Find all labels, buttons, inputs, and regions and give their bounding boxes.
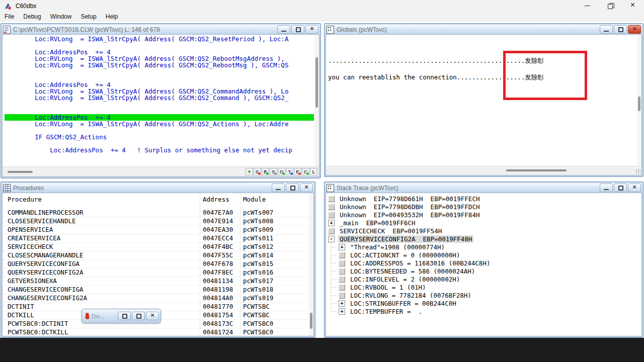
procedure-cell: COMMANDLINEPROCESSOR <box>8 209 84 216</box>
stack-frame[interactable]: +LOC:TEMPBUFFER = . <box>331 308 424 315</box>
close-button[interactable] <box>305 25 318 34</box>
menu-item-file[interactable]: File <box>0 12 19 22</box>
address-cell: 0047F8EC <box>203 268 233 276</box>
restore-button[interactable] <box>614 25 627 34</box>
stack-frame[interactable]: LOC:RVBOOL = 1 (01H) <box>331 284 428 291</box>
expand-icon[interactable]: + <box>339 244 345 250</box>
document-icon <box>3 26 11 34</box>
restore-button[interactable] <box>599 0 621 12</box>
stack-frame[interactable]: LOC:INFOLEVEL = 2 (00000002H) <box>331 276 461 283</box>
disassembly-minimized-window[interactable]: Dis... <box>82 309 161 323</box>
stack-trace-window-titlebar[interactable]: Stack Trace (pcWTsvc) <box>326 183 642 193</box>
table-row[interactable]: PCWTSBC0:DCTKILL00481724PCWTSBC0 <box>3 328 308 336</box>
code-line[interactable]: Loc:RVLong = ISWA_lStrCpyA( Address( GSC… <box>5 62 314 68</box>
expand-icon[interactable]: + <box>328 220 335 226</box>
column-header-procedure[interactable]: Procedure <box>8 196 42 206</box>
table-row[interactable]: OPENSERVICEA0047EA30pcWTs009 <box>3 225 308 234</box>
table-row[interactable]: GETVERSIONEXA00481134pcWTs017 <box>3 277 308 286</box>
leaf-icon <box>339 276 345 283</box>
restore-button[interactable] <box>118 312 131 320</box>
table-row[interactable]: SERVICECHECK0047F4BCpcWTs012 <box>3 242 308 251</box>
stack-frame[interactable]: SERVICECHECK EBP=0019FF54H <box>328 227 443 235</box>
stack-frame[interactable]: LOC:BYTESNEEDED = 586 (0000024AH) <box>331 267 476 275</box>
debug-toolbar-icon-s[interactable]: S <box>270 168 277 175</box>
close-button[interactable] <box>146 312 159 320</box>
stack-frame[interactable]: Unknown EIP=7798D6DBH EBP=0019FFDCH <box>328 203 481 211</box>
leaf-icon <box>339 260 345 266</box>
table-row[interactable]: CLOSESERVICEHANDLE0047E914pcWTs008 <box>3 217 308 226</box>
horizontal-scrollbar[interactable]: ▼GBSOTECL <box>3 166 319 176</box>
column-header-module[interactable]: Module <box>243 196 266 206</box>
minimize-button[interactable] <box>272 184 285 192</box>
collapse-icon[interactable]: - <box>328 236 335 242</box>
stack-frame[interactable]: -QUERYSERVICECONFIG2A EBP=0019FF48H <box>328 235 473 243</box>
stack-frame-label: LOC:STRINGBUFFER = 00B244C0H <box>349 300 458 307</box>
menu-item-debug[interactable]: Debug <box>19 12 45 22</box>
expand-icon[interactable]: + <box>339 308 345 315</box>
close-button[interactable] <box>621 0 644 12</box>
debug-toolbar-icon-e[interactable]: E <box>294 168 301 175</box>
restore-button[interactable] <box>291 25 304 34</box>
debug-toolbar-icon-l[interactable]: L <box>310 168 317 175</box>
table-row[interactable]: QUERYSERVICECONFIG2A0047F8ECpcWTs016 <box>3 268 308 277</box>
table-row[interactable]: QUERYSERVICECONFIGA0047F678pcWTs015 <box>3 259 308 268</box>
stack-frame[interactable]: LOC:RVLONG = 7782184 (0076BF28H) <box>331 292 473 299</box>
debug-toolbar-icon-o[interactable]: O <box>278 168 285 175</box>
debug-toolbar-icon-g[interactable]: G <box>254 168 261 175</box>
stack-frame[interactable]: +_main EBP=0019FF6CH <box>328 219 417 227</box>
table-row[interactable]: CHANGESERVICECONFIG2A004814A0pcWTs019 <box>3 294 308 303</box>
resize-grip[interactable] <box>635 169 640 174</box>
minimize-button[interactable] <box>600 25 613 34</box>
minimize-button[interactable] <box>277 25 290 34</box>
restore-button[interactable] <box>286 184 299 192</box>
vertical-scrollbar[interactable] <box>637 35 641 166</box>
debug-toolbar-icon-t[interactable]: T <box>286 168 293 175</box>
stack-trace-window-title: Stack Trace (pcWTsvc) <box>337 185 398 192</box>
debug-toolbar-icon-b[interactable]: B <box>262 168 269 175</box>
minimize-button[interactable] <box>600 184 613 192</box>
procedure-cell: CHANGESERVICECONFIGA <box>8 286 84 293</box>
code-line[interactable]: IF GSCM:QS2_Actions <box>5 134 314 140</box>
stack-frame[interactable]: LOC:ADDRESSPOS = 11683016 (00B244C8H) <box>331 259 492 267</box>
expand-icon[interactable]: + <box>339 300 345 307</box>
app-titlebar[interactable]: C60dbx <box>0 0 644 12</box>
debug-toolbar-icon-c[interactable]: C <box>302 168 309 175</box>
menu-item-setup[interactable]: Setup <box>76 12 101 22</box>
procedures-window-titlebar[interactable]: Procedures <box>2 183 314 193</box>
close-button[interactable] <box>300 184 313 192</box>
code-line[interactable] <box>5 68 314 75</box>
code-line[interactable]: Loc:RVLong = ISWA_lStrCpyA( Address( GSC… <box>5 95 314 101</box>
stack-frame[interactable]: +LOC:STRINGBUFFER = 00B244C0H <box>331 300 458 307</box>
vertical-scrollbar[interactable] <box>314 35 319 167</box>
stack-frame[interactable]: Unknown EIP=7798D661H EBP=0019FFECH <box>328 195 481 203</box>
maximize-button[interactable] <box>132 312 145 320</box>
menu-item-help[interactable]: Help <box>101 12 123 22</box>
code-line[interactable]: Loc:RVLong = ISWA_lStrCpyA( Address( GSC… <box>5 121 314 127</box>
horizontal-scrollbar[interactable] <box>326 166 641 175</box>
leaf-icon <box>328 204 335 210</box>
code-line[interactable]: Loc:RVLong = ISWA_lStrCpyA( Address( GSC… <box>5 36 314 42</box>
restore-button[interactable] <box>614 184 627 192</box>
table-row[interactable]: COMMANDLINEPROCESSOR0047E7A0pcWTs007 <box>3 208 308 217</box>
leaf-icon <box>339 284 345 291</box>
debug-toolbar-icon-▼[interactable]: ▼ <box>246 168 253 175</box>
close-button[interactable] <box>628 184 641 192</box>
minimize-button[interactable] <box>576 0 599 12</box>
menu-item-window[interactable]: Window <box>46 12 76 22</box>
taskbar: C:\C:\ 16:18 21/10/2025 <box>0 338 644 362</box>
globals-content: ........................................… <box>326 34 642 175</box>
vertical-scrollbar[interactable] <box>309 193 313 336</box>
source-window-titlebar[interactable]: C:\pcWTsvc\PCWTS016.CLW (pcWTsvc) L: 146… <box>2 25 319 34</box>
close-button[interactable] <box>628 25 641 34</box>
stack-frame[interactable]: +"Thread"=1908 (00000774H) <box>331 243 446 251</box>
code-line[interactable]: Loc:AddressPos += 4 ! Surplus or somethi… <box>5 147 314 153</box>
table-row[interactable]: CLOSESCMANAGERHANDLE0047F55CpcWTs014 <box>3 251 308 260</box>
globals-window-titlebar[interactable]: Globals (pcWTsvc) <box>326 25 642 34</box>
address-cell: 0047F55C <box>203 251 233 259</box>
stack-frame[interactable]: Unknown EIP=00493532H EBP=0019FF84H <box>328 211 481 219</box>
column-header-address[interactable]: Address <box>203 196 229 206</box>
stack-frame[interactable]: LOC:ACTIONCNT = 0 (00000000H) <box>331 251 461 259</box>
table-row[interactable]: CREATESERVICEA0047ECC4pcWTs011 <box>3 234 308 243</box>
code-line[interactable] <box>5 101 314 108</box>
table-row[interactable]: CHANGESERVICECONFIGA00481198pcWTs018 <box>3 285 308 294</box>
